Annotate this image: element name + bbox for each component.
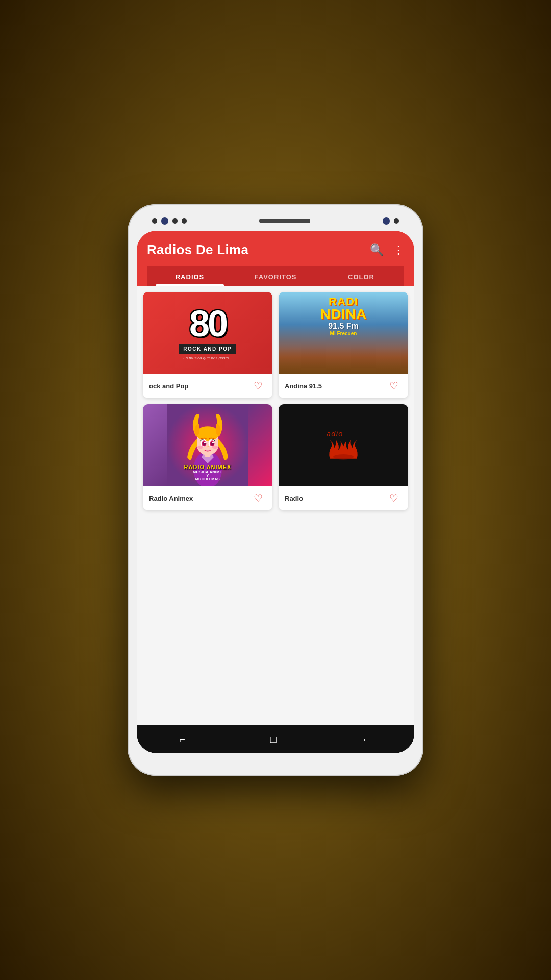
card-dark-image: adio	[279, 404, 408, 486]
svg-point-13	[197, 446, 203, 449]
card-dark-radio[interactable]: adio Radio ♡	[279, 404, 408, 510]
rock-number: 80	[189, 305, 226, 342]
card-rock-image: 80 ROCK AND POP La música que nos gusta.…	[143, 292, 272, 374]
andina-frequency: 91.5 Fm	[328, 322, 359, 331]
animex-logo-overlay: RADIO ANIMEX MUSICA ANIME Y MUCHO MAS	[184, 464, 232, 481]
menu-icon[interactable]: ⋮	[393, 243, 404, 257]
phone-screen: Radios De Lima 🔍 ⋮ RADIOS FAVORITOS COLO…	[137, 231, 414, 753]
andina-radio-text: RADI	[329, 296, 358, 307]
back-button[interactable]: ←	[352, 729, 382, 749]
tab-favoritos[interactable]: FAVORITOS	[233, 266, 318, 286]
radio-grid: 80 ROCK AND POP La música que nos gusta.…	[143, 292, 408, 510]
card-andina-label: Andina 91.5	[285, 382, 322, 390]
top-dots-right	[383, 217, 399, 225]
card-dark-footer: Radio ♡	[279, 486, 408, 510]
card-andina[interactable]: RADI NDINA 91.5 Fm Mi Frecuen Andina 91.…	[279, 292, 408, 398]
svg-point-11	[204, 442, 206, 443]
card-andina-image: RADI NDINA 91.5 Fm Mi Frecuen	[279, 292, 408, 374]
card-animex-image: RADIO ANIMEX MUSICA ANIME Y MUCHO MAS	[143, 404, 272, 486]
app-header: Radios De Lima 🔍 ⋮ RADIOS FAVORITOS COLO…	[137, 231, 414, 286]
app-title: Radios De Lima	[147, 242, 248, 258]
bottom-nav: ⌐ □ ←	[137, 725, 414, 753]
tabs-bar: RADIOS FAVORITOS COLOR	[147, 266, 404, 286]
tab-radios[interactable]: RADIOS	[147, 266, 233, 286]
dot-camera	[161, 217, 168, 225]
andina-station-name: NDINA	[320, 307, 366, 322]
animex-sub3: MUCHO MAS	[184, 477, 232, 481]
svg-point-16	[333, 454, 354, 460]
svg-point-12	[212, 442, 214, 443]
card-dark-label: Radio	[285, 495, 303, 502]
home-button[interactable]: □	[260, 729, 287, 749]
favorite-andina-button[interactable]: ♡	[386, 378, 402, 394]
top-dots-left	[152, 217, 187, 225]
flame-logo-svg: adio	[323, 427, 364, 463]
svg-text:adio: adio	[327, 430, 343, 438]
dot-2	[172, 218, 178, 224]
card-animex[interactable]: RADIO ANIMEX MUSICA ANIME Y MUCHO MAS Ra…	[143, 404, 272, 510]
tab-color[interactable]: COLOR	[318, 266, 404, 286]
phone-top-bar	[137, 213, 414, 231]
speaker-bar	[259, 219, 310, 223]
card-rock-footer: ock and Pop ♡	[143, 374, 272, 398]
card-animex-label: Radio Animex	[149, 495, 193, 502]
dot-4	[394, 218, 399, 224]
animex-sub2: Y	[184, 474, 232, 477]
recent-apps-button[interactable]: ⌐	[169, 729, 195, 749]
animex-sub1: MUSICA ANIME	[184, 470, 232, 474]
phone-device: Radios De Lima 🔍 ⋮ RADIOS FAVORITOS COLO…	[128, 204, 423, 776]
card-andina-footer: Andina 91.5 ♡	[279, 374, 408, 398]
svg-point-14	[212, 446, 218, 449]
mountain-bg	[279, 348, 408, 374]
favorite-dark-button[interactable]: ♡	[386, 490, 402, 506]
svg-point-4	[196, 426, 219, 441]
card-animex-footer: Radio Animex ♡	[143, 486, 272, 510]
rock-tagline: La música que nos gusta...	[183, 356, 232, 360]
app-header-top: Radios De Lima 🔍 ⋮	[147, 242, 404, 258]
dot-front-cam	[383, 217, 390, 225]
search-icon[interactable]: 🔍	[370, 243, 384, 257]
header-icons: 🔍 ⋮	[370, 243, 404, 257]
andina-slogan: Mi Frecuen	[330, 331, 357, 336]
card-rock-label: ock and Pop	[149, 382, 188, 390]
card-rock-pop[interactable]: 80 ROCK AND POP La música que nos gusta.…	[143, 292, 272, 398]
favorite-rock-button[interactable]: ♡	[250, 378, 266, 394]
rock-subtitle: ROCK AND POP	[179, 344, 236, 354]
dot-3	[182, 218, 187, 224]
dot-1	[152, 218, 157, 224]
content-area: 80 ROCK AND POP La música que nos gusta.…	[137, 286, 414, 725]
favorite-animex-button[interactable]: ♡	[250, 490, 266, 506]
